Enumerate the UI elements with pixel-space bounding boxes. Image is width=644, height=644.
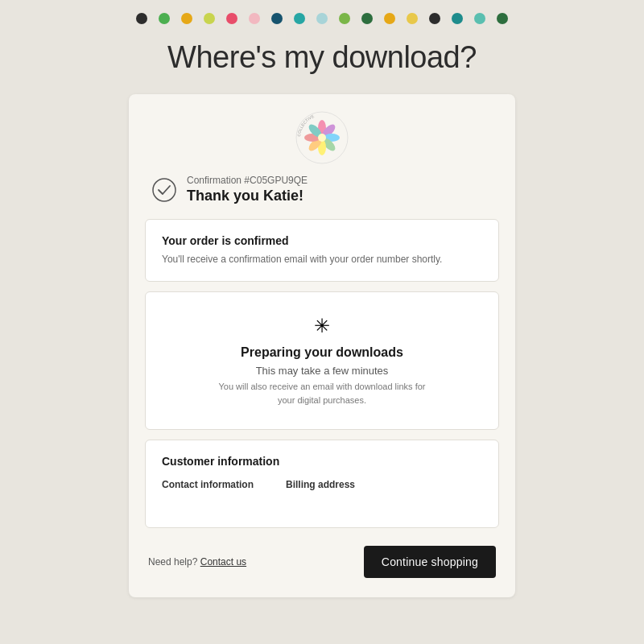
dot [384,13,395,24]
dot [452,13,463,24]
dot [339,13,350,24]
svg-text:BIBLE STUDY COLLECTIVE: BIBLE STUDY COLLECTIVE [295,110,315,138]
main-card: BIBLE STUDY COLLECTIVE Confirmation #C05… [129,94,515,597]
dot [361,13,373,24]
dot [204,13,215,24]
dot [294,13,305,24]
continue-shopping-button[interactable]: Continue shopping [364,546,496,578]
downloads-box: ✳ Preparing your downloads This may take… [145,291,499,430]
confirmation-text: Confirmation #C05GPU9QE Thank you Katie! [187,175,308,204]
downloads-note: You will also receive an email with down… [217,380,427,407]
order-confirmed-box: Your order is confirmed You'll receive a… [145,219,499,282]
dot [271,13,283,24]
downloads-subtitle: This may take a few minutes [162,365,482,377]
page-title: Where's my download? [0,40,644,75]
downloads-title: Preparing your downloads [162,345,482,360]
thank-you-message: Thank you Katie! [187,188,308,204]
dot [181,13,192,24]
customer-info-box: Customer information Contact information… [145,440,499,528]
svg-point-9 [318,134,326,142]
confirmation-header: Confirmation #C05GPU9QE Thank you Katie! [129,175,515,219]
spinner-icon: ✳ [162,315,482,337]
need-help-text: Need help? Contact us [148,556,246,568]
order-confirmed-title: Your order is confirmed [162,234,482,247]
dot [429,13,440,24]
brand-logo: BIBLE STUDY COLLECTIVE [295,110,349,165]
dots-row [0,0,644,32]
dot [159,13,170,24]
dot [136,13,147,24]
order-confirmed-desc: You'll receive a confirmation email with… [162,252,482,266]
dot [497,13,508,24]
customer-info-title: Customer information [162,455,482,468]
logo-area: BIBLE STUDY COLLECTIVE [129,94,515,175]
svg-point-11 [153,179,175,201]
contact-info-label: Contact information [162,479,254,490]
dot [226,13,237,24]
dot [316,13,328,24]
card-footer: Need help? Contact us Continue shopping [129,538,515,581]
billing-address-label: Billing address [286,479,355,490]
dot [407,13,418,24]
dot [474,13,485,24]
customer-cols: Contact information Billing address [162,479,482,490]
confirmation-number: Confirmation #C05GPU9QE [187,175,308,186]
check-icon [151,177,177,203]
contact-us-link[interactable]: Contact us [200,556,246,568]
dot [249,13,260,24]
